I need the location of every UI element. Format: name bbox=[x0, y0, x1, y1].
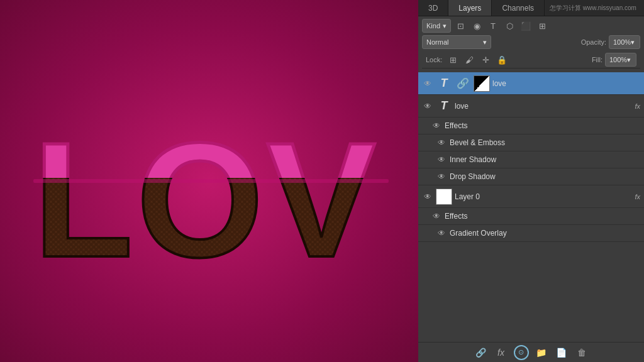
opacity-value-text: 100% bbox=[613, 38, 631, 46]
blend-mode-chevron: ▾ bbox=[483, 38, 487, 47]
fill-label: Fill: bbox=[592, 56, 602, 63]
love-artwork: LOV LOV LOV LOV LOV bbox=[14, 90, 404, 272]
layer-item-love[interactable]: 👁 T love fx bbox=[418, 95, 644, 118]
filter-more-icon[interactable]: ⊞ bbox=[535, 19, 549, 33]
canvas: LOV LOV LOV LOV LOV bbox=[0, 0, 418, 362]
svg-rect-12 bbox=[33, 179, 389, 183]
visibility-icon-layer0[interactable]: 👁 bbox=[422, 191, 433, 202]
layer-item-layer0[interactable]: 👁 Layer 0 fx bbox=[418, 185, 644, 208]
new-group-button[interactable]: 📁 bbox=[534, 345, 549, 360]
fx-badge-love: fx bbox=[635, 102, 640, 110]
visibility-icon-effects-love[interactable]: 👁 bbox=[431, 120, 442, 131]
lock-transparency-icon[interactable]: ⊞ bbox=[446, 53, 460, 67]
bevel-emboss-item[interactable]: 👁 Bevel & Emboss bbox=[418, 134, 644, 151]
layer-name-love: love bbox=[455, 102, 630, 111]
kind-row: Kind ▾ ⊡ ◉ T ⬡ ⬛ ⊞ bbox=[422, 19, 640, 33]
drop-shadow-label: Drop Shadow bbox=[450, 172, 640, 181]
kind-label: Kind bbox=[426, 22, 440, 30]
fill-input[interactable]: 100% ▾ bbox=[605, 53, 636, 67]
layer-thumb-text-love: T bbox=[436, 98, 452, 114]
link-layers-button[interactable]: 🔗 bbox=[474, 345, 489, 360]
fill-value-text: 100% bbox=[609, 56, 627, 63]
kind-dropdown[interactable]: Kind ▾ bbox=[422, 19, 451, 33]
gradient-overlay-item[interactable]: 👁 Gradient Overlay bbox=[418, 225, 644, 242]
bottom-toolbar: 🔗 fx ⊙ 📁 📄 🗑 bbox=[418, 342, 644, 362]
visibility-icon-gradient[interactable]: 👁 bbox=[436, 228, 447, 239]
tab-bar: 3D Layers Channels 怎学习计算 www.nissyuan.co… bbox=[418, 0, 644, 16]
fx-button[interactable]: fx bbox=[494, 345, 509, 360]
filter-text-icon[interactable]: T bbox=[486, 19, 500, 33]
lock-icons: ⊞ 🖌 ✛ 🔒 bbox=[446, 53, 509, 67]
opacity-label: Opacity: bbox=[581, 38, 606, 46]
layer-list: 👁 T 🔗 love 👁 T love fx 👁 Effects 👁 Bevel… bbox=[418, 72, 644, 342]
layers-panel: 3D Layers Channels 怎学习计算 www.nissyuan.co… bbox=[418, 0, 644, 362]
layer-thumb-text-love-selected: T bbox=[436, 75, 452, 92]
filter-smart-icon[interactable]: ⬛ bbox=[519, 19, 533, 33]
layer-name-layer0: Layer 0 bbox=[455, 192, 630, 201]
new-layer-button[interactable]: 📄 bbox=[554, 345, 569, 360]
layer-thumbnail-love-selected bbox=[474, 75, 490, 92]
lock-move-icon[interactable]: ✛ bbox=[479, 53, 492, 67]
visibility-icon-bevel[interactable]: 👁 bbox=[436, 137, 447, 148]
effects-header-love[interactable]: 👁 Effects bbox=[418, 118, 644, 134]
visibility-icon-inner-shadow[interactable]: 👁 bbox=[436, 154, 447, 165]
lock-all-icon[interactable]: 🔒 bbox=[495, 53, 509, 67]
opacity-group: Opacity: 100% ▾ bbox=[581, 35, 640, 49]
lock-fill-row: Lock: ⊞ 🖌 ✛ 🔒 Fill: 100% ▾ bbox=[422, 52, 640, 69]
gradient-overlay-label: Gradient Overlay bbox=[450, 229, 640, 238]
visibility-icon-drop-shadow[interactable]: 👁 bbox=[436, 171, 447, 182]
tab-badge: 怎学习计算 www.nissyuan.com bbox=[545, 0, 641, 16]
inner-shadow-label: Inner Shadow bbox=[450, 155, 640, 164]
visibility-icon-love-selected[interactable]: 👁 bbox=[422, 78, 433, 89]
tab-3d[interactable]: 3D bbox=[418, 0, 448, 16]
effects-label-love: Effects bbox=[445, 121, 640, 130]
layer-item-love-selected[interactable]: 👁 T 🔗 love bbox=[418, 72, 644, 95]
tab-channels[interactable]: Channels bbox=[492, 0, 545, 16]
layer-thumb-link-love-selected: 🔗 bbox=[455, 75, 471, 92]
fill-group: Fill: 100% ▾ bbox=[592, 53, 636, 67]
tab-layers[interactable]: Layers bbox=[448, 0, 492, 16]
filter-image-icon[interactable]: ⊡ bbox=[453, 19, 467, 33]
filter-shape-icon[interactable]: ⬡ bbox=[502, 19, 516, 33]
layer-thumbnail-layer0 bbox=[436, 189, 452, 205]
fx-badge-layer0: fx bbox=[635, 193, 640, 200]
visibility-icon-love[interactable]: 👁 bbox=[422, 101, 433, 112]
effects-label-layer0: Effects bbox=[445, 212, 640, 221]
lock-label: Lock: bbox=[426, 56, 442, 63]
filter-adjust-icon[interactable]: ◉ bbox=[470, 19, 484, 33]
inner-shadow-item[interactable]: 👁 Inner Shadow bbox=[418, 151, 644, 168]
opacity-chevron: ▾ bbox=[631, 38, 635, 47]
blend-mode-dropdown[interactable]: Normal ▾ bbox=[422, 35, 491, 49]
visibility-icon-effects-layer0[interactable]: 👁 bbox=[431, 211, 442, 222]
effects-header-layer0[interactable]: 👁 Effects bbox=[418, 208, 644, 225]
delete-layer-button[interactable]: 🗑 bbox=[574, 345, 589, 360]
drop-shadow-item[interactable]: 👁 Drop Shadow bbox=[418, 168, 644, 185]
blend-opacity-row: Normal ▾ Opacity: 100% ▾ bbox=[422, 35, 640, 49]
bevel-emboss-label: Bevel & Emboss bbox=[450, 138, 640, 147]
layers-toolbar: Kind ▾ ⊡ ◉ T ⬡ ⬛ ⊞ Normal ▾ Opacity: 100… bbox=[418, 16, 644, 72]
blend-mode-value: Normal bbox=[426, 38, 448, 46]
fill-chevron: ▾ bbox=[627, 56, 631, 64]
lock-paint-icon[interactable]: 🖌 bbox=[462, 53, 476, 67]
kind-chevron: ▾ bbox=[443, 22, 447, 30]
new-fill-adjustment-button[interactable]: ⊙ bbox=[514, 345, 529, 360]
opacity-input[interactable]: 100% ▾ bbox=[609, 35, 640, 49]
layer-name-love-selected: love bbox=[492, 79, 640, 88]
